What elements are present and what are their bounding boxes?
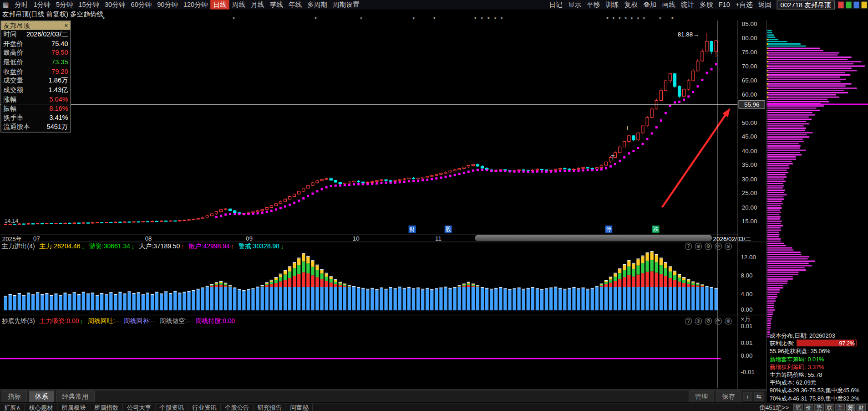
menu-item-tool[interactable]: 显示 — [565, 0, 584, 10]
menu-item-period[interactable]: 5分钟 — [53, 0, 76, 10]
menu-item-tool[interactable]: +自选 — [733, 0, 756, 10]
chart-scrollbar[interactable] — [475, 235, 712, 241]
status-bar-link[interactable]: 行业资讯 — [188, 403, 221, 411]
announcement-star-icon: * — [630, 15, 633, 23]
info-row: 振幅8.16% — [1, 104, 70, 113]
mini-view-tab[interactable]: 笔 — [793, 404, 803, 411]
red-book-icon[interactable] — [838, 1, 843, 8]
menu-item-tool[interactable]: 多股 — [697, 0, 716, 10]
help-icon[interactable]: ? — [685, 318, 692, 325]
add-panel-icon[interactable]: ＋ — [743, 392, 752, 401]
menu-item-period[interactable]: 30分钟 — [102, 0, 128, 10]
settings-icon[interactable]: ⚙ — [705, 243, 712, 250]
volume-bar-chart[interactable] — [0, 251, 737, 315]
announcement-star-icon: * — [659, 15, 661, 23]
menu-item-period[interactable]: 多周期 — [305, 0, 330, 10]
status-bar-link[interactable]: 所属板块 — [58, 403, 91, 411]
mini-view-tab[interactable]: 筹 — [846, 404, 856, 411]
swap-panel-icon[interactable]: ⇆ — [754, 392, 764, 401]
announcement-star-icon: * — [637, 15, 640, 23]
menu-item-tool[interactable]: 复权 — [622, 0, 640, 10]
status-bar-link[interactable]: 核心题材 — [25, 403, 58, 411]
menu-item-tool[interactable]: F10 — [716, 0, 733, 10]
menu-item-tool[interactable]: 画线 — [659, 0, 678, 10]
mini-view-tab[interactable]: 价 — [804, 404, 813, 411]
status-bar-link[interactable]: 问董秘 — [286, 403, 313, 411]
status-bar-link[interactable]: 公司大事 — [123, 403, 156, 411]
event-badge[interactable]: 股 — [445, 226, 452, 233]
status-bar-link[interactable]: 个股公告 — [221, 403, 254, 411]
trend-arrow-icon: ↑ — [181, 243, 184, 250]
save-button[interactable]: 保存 — [716, 390, 741, 402]
menu-item-tool[interactable]: 返回 — [756, 0, 774, 10]
magnifier-icon[interactable]: ⊕ — [695, 318, 702, 325]
status-bar-link[interactable]: 所属指数 — [90, 403, 123, 411]
volume-tick-label: 4.00 — [741, 290, 752, 297]
menu-item-period[interactable]: 日线 — [210, 0, 229, 10]
stat-line: 成本分布,日期: 20260203 — [770, 331, 867, 339]
menu-item-period[interactable]: 60分钟 — [128, 0, 154, 10]
info-row: 开盘价75.40 — [1, 39, 70, 48]
menu-item-period[interactable]: 1分钟 — [30, 0, 53, 10]
announcement-star-icon: * — [501, 15, 503, 23]
app-menu-icon[interactable]: ▦ — [0, 0, 12, 10]
menu-item-tool[interactable]: 训练 — [603, 0, 621, 10]
menu-item-tool[interactable]: 日记 — [546, 0, 565, 10]
trend-arrow-icon: ↓ — [281, 243, 284, 250]
menu-item-period[interactable]: 120分钟 — [181, 0, 211, 10]
info-row-value: 3.41% — [49, 113, 68, 122]
menu-item-period[interactable]: 90分钟 — [154, 0, 181, 10]
menu-item-period[interactable]: 季线 — [267, 0, 285, 10]
stock-info-panel[interactable]: 友邦吊顶 × 时间2026/02/03/二开盘价75.40最高价79.50最低价… — [0, 21, 71, 132]
menu-item-period[interactable]: 年线 — [286, 0, 305, 10]
menu-item-period[interactable]: 周期设置 — [330, 0, 362, 10]
menu-item-period[interactable]: 15分钟 — [76, 0, 102, 10]
trades-count-link[interactable]: 倒451笔>> — [760, 403, 792, 411]
refresh-icon[interactable]: ⟳ — [715, 243, 722, 250]
info-row-label: 成交量 — [3, 76, 23, 85]
volume-bottom-separator — [0, 315, 767, 315]
menu-item-period[interactable]: 月线 — [248, 0, 267, 10]
mini-view-tab[interactable]: 财 — [857, 404, 866, 411]
current-stock-label[interactable]: 002718 友邦吊顶 — [777, 0, 835, 9]
status-bar-link[interactable]: 扩展∧ — [0, 403, 25, 411]
help-icon[interactable]: ? — [685, 243, 692, 250]
indicator-tick-label: 0.01 — [741, 323, 752, 329]
info-panel-close-icon[interactable]: × — [64, 21, 68, 30]
crosshair-price-tag: 55.96 — [739, 100, 765, 108]
indicator-scheme-tab[interactable]: 体系 — [29, 390, 54, 402]
indicator-scheme-tab[interactable]: 经典常用 — [56, 390, 95, 402]
event-badge[interactable]: 停 — [605, 226, 612, 233]
info-row: 最高价79.50 — [1, 48, 70, 57]
mini-view-tab[interactable]: 势 — [814, 404, 824, 411]
indicator-scheme-tab[interactable]: 指标 — [2, 390, 27, 402]
close-icon[interactable]: ⊗ — [725, 318, 732, 325]
menu-item-tool[interactable]: 平移 — [584, 0, 603, 10]
settings-icon[interactable]: ⚙ — [705, 318, 712, 325]
refresh-icon[interactable]: ⟳ — [715, 318, 722, 325]
yellow-book-icon[interactable] — [862, 1, 867, 8]
info-row-value: 5.04% — [49, 95, 68, 104]
blue-book-icon[interactable] — [854, 1, 859, 8]
menu-item-period[interactable]: 周线 — [229, 0, 248, 10]
green-book-icon[interactable] — [846, 1, 852, 8]
mini-view-tab[interactable]: 主 — [835, 404, 845, 411]
magnifier-icon[interactable]: ⊕ — [695, 243, 702, 250]
close-icon[interactable]: ⊗ — [725, 243, 732, 250]
mini-view-tab[interactable]: 联 — [825, 404, 834, 411]
event-badge[interactable]: 财 — [409, 226, 416, 233]
status-bar-link[interactable]: 个股资讯 — [156, 403, 188, 411]
event-badge[interactable]: 跌 — [652, 226, 660, 233]
menu-item-period[interactable]: 分时 — [12, 0, 30, 10]
menu-item-tool[interactable]: 统计 — [678, 0, 697, 10]
stat-line: 获利比例:97.2% — [770, 339, 867, 347]
manage-button[interactable]: 管理 — [689, 390, 714, 402]
indicator-chart[interactable] — [0, 326, 737, 389]
stat-line: 55.96处获利盘: 35.06% — [770, 347, 867, 355]
indicator-tick-label: 0.01 — [741, 339, 752, 346]
announcement-star-icon: * — [606, 15, 609, 23]
status-bar-link[interactable]: 研究报告 — [254, 403, 286, 411]
chart-title: 友邦吊顶(日线 前复权) 多空趋势线 — [2, 10, 103, 18]
menu-item-tool[interactable]: 叠加 — [640, 0, 659, 10]
main-candlestick-chart[interactable]: 81.88→14.14TT — [0, 20, 737, 235]
